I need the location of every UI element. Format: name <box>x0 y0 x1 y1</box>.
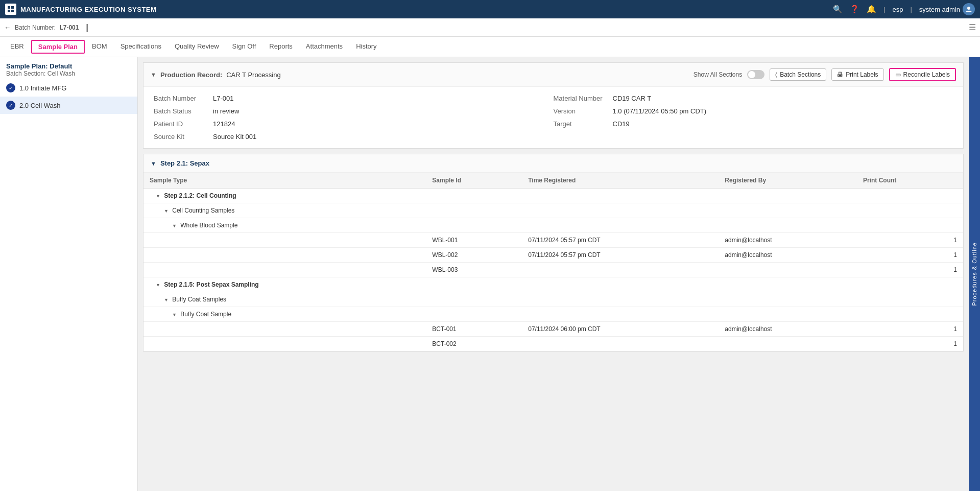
content-area: ▼ Production Record: CAR T Processing Sh… <box>138 57 969 491</box>
registered-by-cell <box>719 307 857 322</box>
sample-id-cell <box>426 189 522 203</box>
time-registered-cell <box>522 337 719 352</box>
sample-type-cell <box>144 337 426 352</box>
step-collapse-arrow[interactable]: ▼ <box>151 160 156 167</box>
chevron-down-icon: ▼ <box>156 194 160 199</box>
search-icon[interactable]: 🔍 <box>833 5 843 14</box>
sidebar-header: Sample Plan: Default Batch Section: Cell… <box>0 57 137 79</box>
registered-by-cell: admin@localhost <box>719 248 857 263</box>
registered-by-cell <box>719 218 857 233</box>
check-icon-initiate-mfg: ✓ <box>6 83 15 92</box>
batch-number-label: Batch Number: L7-001 <box>15 24 79 31</box>
col-time-registered: Time Registered <box>522 173 719 189</box>
svg-rect-3 <box>11 10 14 12</box>
tab-quality-review[interactable]: Quality Review <box>169 37 225 57</box>
tab-specifications[interactable]: Specifications <box>114 37 168 57</box>
table-row: ▼ Whole Blood Sample <box>144 218 963 233</box>
batch-sections-button[interactable]: 〈 Batch Sections <box>770 68 826 81</box>
menu-icon[interactable]: ☰ <box>969 22 976 32</box>
step-header: ▼ Step 2.1: Sepax <box>144 154 963 173</box>
back-button[interactable]: ← <box>4 24 11 31</box>
sample-type-cell: ▼ Buffy Coat Sample <box>144 307 426 322</box>
print-count-cell: 1 <box>857 248 963 263</box>
sample-table-body: ▼ Step 2.1.2: Cell Counting ▼ Cell Count… <box>144 189 963 352</box>
time-registered-cell <box>522 189 719 203</box>
time-registered-cell: 07/11/2024 06:00 pm CDT <box>522 322 719 337</box>
collapse-production-record-arrow[interactable]: ▼ <box>151 72 156 78</box>
print-labels-button[interactable]: 🖶 Print Labels <box>831 68 883 81</box>
sample-id-cell <box>426 307 522 322</box>
user-info: system admin <box>919 3 975 15</box>
registered-by-cell <box>719 337 857 352</box>
sample-id-cell <box>426 203 522 218</box>
top-bar-left: MANUFACTURING EXECUTION SYSTEM <box>5 4 156 15</box>
time-registered-cell <box>522 218 719 233</box>
table-header-row: Sample Type Sample Id Time Registered Re… <box>144 173 963 189</box>
chevron-down-icon: ▼ <box>164 297 169 302</box>
language-selector[interactable]: esp <box>892 6 903 13</box>
sidebar-plan-title: Sample Plan: Default <box>6 62 131 70</box>
sidebar-item-label-initiate-mfg: 1.0 Initiate MFG <box>19 84 66 92</box>
chevron-down-icon: ▼ <box>172 312 177 317</box>
top-navigation-bar: MANUFACTURING EXECUTION SYSTEM 🔍 ❓ 🔔 | e… <box>0 0 980 18</box>
help-icon[interactable]: ❓ <box>850 5 859 14</box>
show-all-sections-toggle[interactable] <box>747 70 764 79</box>
table-row: ▼ Step 2.1.5: Post Sepax Sampling <box>144 277 963 292</box>
batch-bar-left: ← Batch Number: L7-001 ‖ <box>4 22 91 32</box>
app-logo <box>5 4 16 15</box>
step-title: Step 2.1: Sepax <box>160 159 209 167</box>
avatar[interactable] <box>963 3 975 15</box>
detail-row-source-kit: Source Kit Source Kit 001 <box>154 130 554 143</box>
production-details-right: Material Number CD19 CAR T Version 1.0 (… <box>554 92 953 143</box>
time-registered-cell: 07/11/2024 05:57 pm CDT <box>522 248 719 263</box>
col-registered-by: Registered By <box>719 173 857 189</box>
tab-history[interactable]: History <box>350 37 383 57</box>
sample-type-cell: ▼ Buffy Coat Samples <box>144 292 426 307</box>
print-count-cell <box>857 277 963 292</box>
sample-type-cell: ▼ Cell Counting Samples <box>144 203 426 218</box>
detail-row-batch-status: Batch Status in review <box>154 105 554 118</box>
sample-id-cell: WBL-003 <box>426 263 522 277</box>
production-record-value: CAR T Processing <box>226 71 280 79</box>
sample-type-cell <box>144 322 426 337</box>
bell-icon[interactable]: 🔔 <box>867 5 876 14</box>
right-sidebar[interactable]: Procedures & Outline <box>969 57 980 491</box>
top-bar-right: 🔍 ❓ 🔔 | esp | system admin <box>833 3 975 15</box>
print-count-cell <box>857 292 963 307</box>
sidebar-section-label: Batch Section: Cell Wash <box>6 70 131 77</box>
sample-id-cell: BCT-001 <box>426 322 522 337</box>
print-count-cell: 1 <box>857 322 963 337</box>
print-labels-icon: 🖶 <box>837 71 843 78</box>
tab-sign-off[interactable]: Sign Off <box>226 37 262 57</box>
sidebar: Sample Plan: Default Batch Section: Cell… <box>0 57 138 491</box>
production-record-card: ▼ Production Record: CAR T Processing Sh… <box>143 62 964 149</box>
reconcile-labels-button[interactable]: ▭ Reconcile Labels <box>889 68 956 81</box>
tab-sample-plan[interactable]: Sample Plan <box>31 40 85 54</box>
sidebar-item-initiate-mfg[interactable]: ✓ 1.0 Initiate MFG <box>0 79 137 97</box>
production-record-title: ▼ Production Record: CAR T Processing <box>151 71 281 79</box>
registered-by-cell <box>719 189 857 203</box>
tab-attachments[interactable]: Attachments <box>300 37 349 57</box>
svg-point-4 <box>967 7 970 10</box>
time-registered-cell <box>522 292 719 307</box>
print-count-cell: 1 <box>857 233 963 248</box>
sample-type-cell <box>144 233 426 248</box>
time-registered-cell <box>522 263 719 277</box>
sidebar-item-cell-wash[interactable]: ✓ 2.0 Cell Wash <box>0 97 137 114</box>
tab-bar: EBR Sample Plan BOM Specifications Quali… <box>0 37 980 57</box>
collapse-sidebar-button[interactable]: ‖ <box>83 22 91 32</box>
sidebar-item-label-cell-wash: 2.0 Cell Wash <box>19 102 60 109</box>
registered-by-cell <box>719 277 857 292</box>
print-count-cell <box>857 203 963 218</box>
sample-id-cell: WBL-002 <box>426 248 522 263</box>
tab-ebr[interactable]: EBR <box>4 37 30 57</box>
toggle-knob <box>748 71 755 78</box>
print-count-cell <box>857 307 963 322</box>
main-layout: Sample Plan: Default Batch Section: Cell… <box>0 57 980 491</box>
tab-reports[interactable]: Reports <box>263 37 299 57</box>
app-title: MANUFACTURING EXECUTION SYSTEM <box>20 6 156 13</box>
sample-type-cell: ▼ Step 2.1.5: Post Sepax Sampling <box>144 277 426 292</box>
sample-type-cell <box>144 263 426 277</box>
tab-bom[interactable]: BOM <box>86 37 113 57</box>
sample-id-cell: BCT-002 <box>426 337 522 352</box>
